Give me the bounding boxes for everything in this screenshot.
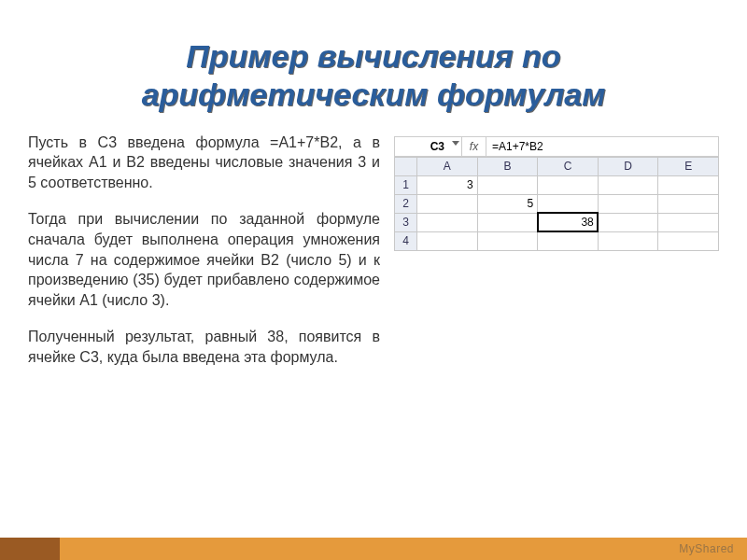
- cell-E2[interactable]: [658, 194, 719, 213]
- footer-accent: [0, 538, 60, 560]
- row-header-1[interactable]: 1: [395, 175, 417, 194]
- slide-title: Пример вычисления по арифметическим форм…: [0, 0, 747, 133]
- col-header-B[interactable]: B: [477, 157, 538, 175]
- cell-A3[interactable]: [417, 213, 478, 231]
- col-header-D[interactable]: D: [598, 157, 658, 175]
- formula-bar: C3 fx =A1+7*B2: [394, 136, 719, 157]
- cell-C2[interactable]: [538, 194, 599, 213]
- cell-B1[interactable]: [477, 175, 538, 194]
- col-header-C[interactable]: C: [538, 157, 599, 175]
- cell-D3[interactable]: [598, 213, 658, 231]
- cell-D1[interactable]: [598, 175, 658, 194]
- row-header-4[interactable]: 4: [395, 231, 417, 250]
- col-header-E[interactable]: E: [658, 157, 719, 175]
- cell-B3[interactable]: [477, 213, 538, 231]
- paragraph-2: Тогда при вычислении по заданной формуле…: [28, 209, 380, 310]
- cell-D2[interactable]: [598, 194, 658, 213]
- cell-C3[interactable]: 38: [538, 213, 599, 231]
- spreadsheet-grid: A B C D E 1 3 2 5: [394, 157, 719, 251]
- row-header-2[interactable]: 2: [395, 194, 417, 213]
- name-box-value: C3: [430, 140, 444, 153]
- cell-E3[interactable]: [658, 213, 719, 231]
- cell-A1[interactable]: 3: [417, 175, 478, 194]
- paragraph-3: Полученный результат, равный 38, появитс…: [28, 327, 380, 367]
- formula-input[interactable]: =A1+7*B2: [486, 137, 718, 156]
- fx-icon[interactable]: fx: [462, 137, 486, 156]
- cell-B2[interactable]: 5: [477, 194, 538, 213]
- footer-main: [60, 538, 747, 560]
- title-line-1: Пример вычисления по: [56, 37, 691, 76]
- cell-A4[interactable]: [417, 231, 478, 250]
- select-all-corner[interactable]: [395, 157, 417, 175]
- cell-C1[interactable]: [538, 175, 599, 194]
- content-area: Пусть в C3 введена формула =А1+7*В2, а в…: [0, 133, 747, 385]
- cell-A2[interactable]: [417, 194, 478, 213]
- footer-stripe: [0, 538, 747, 560]
- cell-E4[interactable]: [658, 231, 719, 250]
- chevron-down-icon[interactable]: [452, 141, 459, 146]
- cell-E1[interactable]: [658, 175, 719, 194]
- watermark: MyShared: [679, 542, 734, 555]
- cell-D4[interactable]: [598, 231, 658, 250]
- name-box[interactable]: C3: [395, 137, 462, 156]
- cell-C4[interactable]: [538, 231, 599, 250]
- title-line-2: арифметическим формулам: [56, 76, 691, 114]
- body-text: Пусть в C3 введена формула =А1+7*В2, а в…: [28, 133, 380, 385]
- spreadsheet-screenshot: C3 fx =A1+7*B2 A B C D E 1 3: [394, 133, 719, 385]
- row-header-3[interactable]: 3: [395, 213, 417, 231]
- cell-B4[interactable]: [477, 231, 538, 250]
- paragraph-1: Пусть в C3 введена формула =А1+7*В2, а в…: [28, 133, 380, 193]
- col-header-A[interactable]: A: [417, 157, 478, 175]
